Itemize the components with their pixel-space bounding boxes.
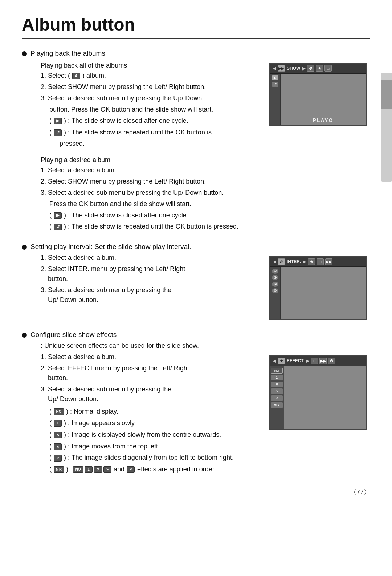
tb-effect-icon: ★ xyxy=(278,358,285,364)
effect-note-s2: ( ↗ ) : The image slides diagonally from… xyxy=(49,452,261,463)
step-1: 1. Select ( A ) album. xyxy=(41,71,261,81)
screen-effect-left: NO 1 ✕ ↘ ↗ MIX xyxy=(270,366,284,429)
effect-s2-icon: ↗ xyxy=(54,455,62,462)
mix-s1: ↘ xyxy=(103,466,111,473)
colon-note: : Unique screen effects can be used for … xyxy=(41,341,370,351)
effect-note-cross: ( ✕ ) : Image is displayed slowly from t… xyxy=(49,430,261,440)
step-d3-cont: Press the OK button and the slide show w… xyxy=(49,199,370,209)
step-i2: 2. Select INTER. menu by pressing the Le… xyxy=(41,264,261,284)
screen-left-panel: ▶ ↺ xyxy=(270,74,281,125)
screen-right-area: PLAYO xyxy=(281,74,366,125)
steps-play-all: 1. Select ( A ) album. 2. Select SHOW me… xyxy=(41,71,261,103)
scrollbar-thumb[interactable] xyxy=(381,80,392,109)
effect-item-no: NO xyxy=(271,368,283,374)
screen-effect: ◀ ★ EFFECT ▶ □ ▶▶ ⏱ NO 1 ✕ xyxy=(269,355,367,430)
screen-inter-body: ① ③ ⑤ ⑩ xyxy=(270,267,366,319)
step-d1: 1. Select a desired album. xyxy=(41,165,370,175)
effect-note-no: ( NO ) : Normal display. xyxy=(49,406,261,417)
step-e1: 1. Select a desired album. xyxy=(41,352,261,362)
effect-note-mix: ( MIX ) : NO 1 ✕ ↘ and ↗ effects are app… xyxy=(49,464,261,475)
screen-effect-right xyxy=(284,366,366,429)
scrollbar[interactable] xyxy=(381,73,392,182)
effect-note-1: ( 1 ) : Image appears slowly xyxy=(49,418,261,428)
note-d1: ( ▶ ) : The slide show is closed after o… xyxy=(49,210,370,221)
no-icon: NO xyxy=(54,408,64,415)
mix-1: 1 xyxy=(85,466,93,473)
inter-icon-1: ① xyxy=(272,269,278,274)
effect-s1-icon: ↘ xyxy=(54,443,62,450)
inter-icon-4: ⑩ xyxy=(272,288,278,293)
steps-effects: 1. Select a desired album. 2. Select EFF… xyxy=(41,352,261,404)
tb-effect-2: □ xyxy=(311,358,318,364)
screen-inter-left: ① ③ ⑤ ⑩ xyxy=(270,267,281,319)
note-2: ( ↺ ) : The slide show is repeated until… xyxy=(49,127,261,138)
step-3-cont: button. Press the OK button and the slid… xyxy=(49,105,261,114)
mix-cross: ✕ xyxy=(94,466,102,473)
section-playing-back: Playing back the albums Playing back all… xyxy=(22,49,370,232)
screen-show-toolbar: ◀ ▶▶ SHOW ▶ ⏱ ★ □ xyxy=(270,64,366,74)
screen-playo-label: PLAYO xyxy=(313,117,334,123)
panel-repeat-icon: ↺ xyxy=(272,82,278,87)
section-effects: Configure slide show effects : Unique sc… xyxy=(22,331,370,475)
screen-show: ◀ ▶▶ SHOW ▶ ⏱ ★ □ ▶ ↺ xyxy=(269,63,367,126)
panel-play-icon: ▶ xyxy=(272,75,278,80)
steps-interval: 1. Select a desired album. 2. Select INT… xyxy=(41,253,261,305)
tb-icon-2: ★ xyxy=(316,65,323,72)
tb-effect-4: ⏱ xyxy=(328,358,335,364)
inter-icon-2: ③ xyxy=(272,275,278,280)
mix-icon: MIX xyxy=(54,466,64,473)
screen-effect-body: NO 1 ✕ ↘ ↗ MIX xyxy=(270,366,366,429)
tb-inter-4: ▶▶ xyxy=(325,258,332,265)
repeat-icon2: ↺ xyxy=(54,224,62,230)
effect-1-icon: 1 xyxy=(54,420,62,427)
section-title-2: Setting play interval: Set the slide sho… xyxy=(30,243,191,251)
step-d3: 3. Select a desired sub menu by pressing… xyxy=(41,188,370,198)
note-2-cont: pressed. xyxy=(60,139,261,149)
mix-no: NO xyxy=(73,466,83,473)
step-e2: 2. Select EFFECT menu by pressing the Le… xyxy=(41,363,261,383)
bullet-dot-2 xyxy=(22,245,27,250)
effect-cross-icon: ✕ xyxy=(54,432,62,438)
tb-icon-3: □ xyxy=(324,65,332,72)
tb-inter-icon: ⏱ xyxy=(278,258,285,265)
section-interval: Setting play interval: Set the slide sho… xyxy=(22,243,370,320)
effect-item-1: 1 xyxy=(271,375,283,380)
step-e3: 3. Select a desired sub menu by pressing… xyxy=(41,384,261,404)
step-d2: 2. Select SHOW menu by pressing the Left… xyxy=(41,177,370,186)
screen-inter-toolbar: ◀ ⏱ INTER. ▶ ★ □ ▶▶ xyxy=(270,257,366,267)
album-icon: A xyxy=(72,73,80,79)
note-1: ( ▶ ) : The slide show is closed after o… xyxy=(49,116,261,126)
section-title-3: Configure slide show effects xyxy=(30,331,117,339)
bullet-dot-3 xyxy=(22,333,27,338)
effect-item-s1: ↘ xyxy=(271,388,283,394)
step-i1: 1. Select a desired album. xyxy=(41,253,261,263)
play-once-icon2: ▶ xyxy=(54,212,62,219)
sub-heading-play-all: Playing back all of the albums xyxy=(41,62,261,69)
tb-show-icon: ▶▶ xyxy=(278,65,285,72)
repeat-icon: ↺ xyxy=(54,129,62,136)
note-d2: ( ↺ ) : The slide show is repeated until… xyxy=(49,221,370,232)
screen-inter: ◀ ⏱ INTER. ▶ ★ □ ▶▶ ① ③ ⑤ xyxy=(269,256,367,320)
bullet-dot xyxy=(22,51,27,56)
step-3: 3. Select a desired sub menu by pressing… xyxy=(41,93,261,103)
screen-effect-toolbar: ◀ ★ EFFECT ▶ □ ▶▶ ⏱ xyxy=(270,356,366,366)
section-title: Playing back the albums xyxy=(30,49,105,57)
step-2: 2. Select SHOW menu by pressing the Left… xyxy=(41,82,261,92)
page-title: Album button xyxy=(22,15,370,39)
inter-icon-3: ⑤ xyxy=(272,282,278,287)
effect-note-s1: ( ↘ ) : Image moves from the top left. xyxy=(49,441,261,452)
tb-inter-3: □ xyxy=(317,258,324,265)
steps-play-desired: 1. Select a desired album. 2. Select SHO… xyxy=(41,165,370,198)
tb-icon-1: ⏱ xyxy=(307,65,314,72)
play-once-icon: ▶ xyxy=(54,118,62,124)
effect-item-mix: MIX xyxy=(271,402,283,408)
effect-item-x: ✕ xyxy=(271,382,283,387)
step-i3: 3. Select a desired sub menu by pressing… xyxy=(41,285,261,305)
mix-s2: ↗ xyxy=(127,466,135,473)
tb-inter-2: ★ xyxy=(308,258,315,265)
sub-heading-desired: Playing a desired album xyxy=(41,156,370,164)
effect-item-s2: ↗ xyxy=(271,395,283,401)
page-number: 〈77〉 xyxy=(350,488,370,496)
screen-inter-right xyxy=(281,267,366,319)
tb-effect-3: ▶▶ xyxy=(319,358,327,364)
